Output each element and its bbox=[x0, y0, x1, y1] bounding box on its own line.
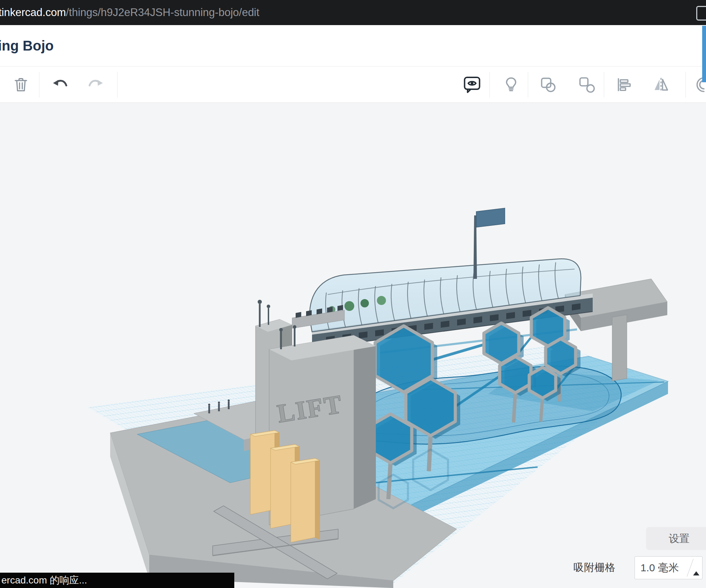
url-path: /things/h9J2eR34JSH-stunning-bojo/edit bbox=[66, 6, 259, 18]
redo-arrow-icon[interactable] bbox=[87, 76, 105, 94]
url-text[interactable]: tinkercad.com/things/h9J2eR34JSH-stunnin… bbox=[0, 6, 259, 19]
align-icon[interactable] bbox=[615, 76, 633, 94]
toolbar bbox=[0, 67, 706, 103]
spinner-divider bbox=[687, 559, 693, 576]
settings-button[interactable]: 设置 bbox=[646, 527, 706, 550]
spinner-up-icon[interactable] bbox=[693, 571, 699, 575]
ungroup-icon[interactable] bbox=[578, 76, 596, 94]
snap-grid-select[interactable]: 1.0 毫米 bbox=[635, 556, 703, 579]
toolbar-separator bbox=[604, 72, 604, 98]
toolbar-separator bbox=[489, 72, 490, 98]
url-domain: tinkercad.com bbox=[0, 6, 66, 18]
undo-arrow-icon[interactable] bbox=[51, 76, 69, 94]
address-bar[interactable]: tinkercad.com/things/h9J2eR34JSH-stunnin… bbox=[0, 0, 706, 25]
snap-grid-value: 1.0 毫米 bbox=[640, 561, 679, 575]
status-text: ercad.com 的响应... bbox=[1, 574, 87, 587]
comment-eye-icon[interactable] bbox=[462, 75, 482, 94]
browser-page-icon[interactable] bbox=[696, 6, 706, 21]
settings-label: 设置 bbox=[669, 532, 690, 546]
snap-grid-label: 吸附栅格 bbox=[574, 560, 615, 575]
group-icon[interactable] bbox=[539, 76, 557, 94]
scrollbar-strip[interactable] bbox=[702, 26, 706, 82]
toolbar-separator bbox=[528, 72, 528, 98]
antennas bbox=[258, 300, 270, 327]
design-title[interactable]: ing Bojo bbox=[0, 38, 54, 54]
toolbar-separator bbox=[685, 72, 686, 98]
trash-icon[interactable] bbox=[12, 76, 30, 94]
scene-svg[interactable]: LIFT bbox=[0, 103, 706, 588]
status-bar: ercad.com 的响应... bbox=[0, 573, 234, 588]
lightbulb-icon[interactable] bbox=[502, 76, 520, 94]
toolbar-separator bbox=[117, 72, 117, 98]
mirror-icon[interactable] bbox=[652, 76, 670, 94]
toolbar-separator bbox=[39, 72, 39, 98]
title-bar: ing Bojo bbox=[0, 25, 706, 67]
3d-viewport[interactable]: LIFT bbox=[0, 103, 706, 588]
